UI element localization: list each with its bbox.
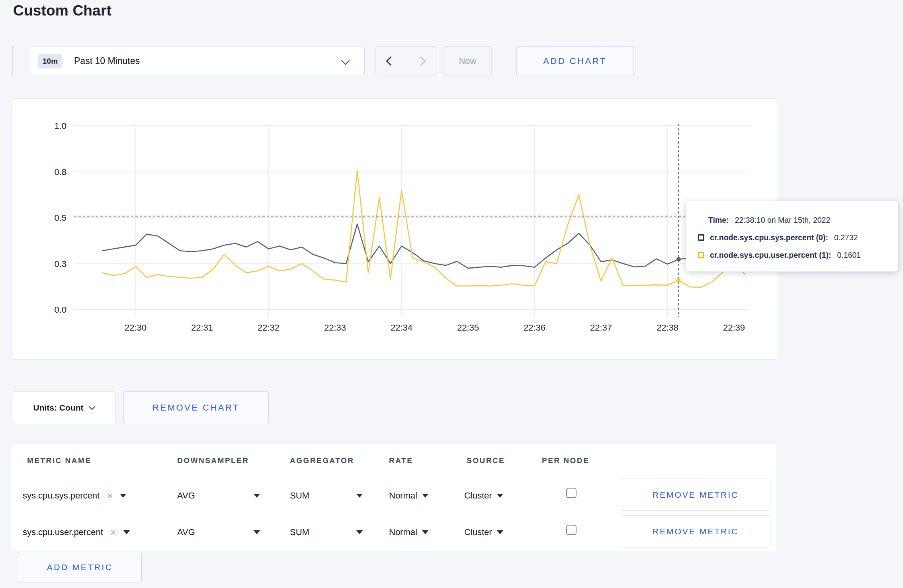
rate-value: Normal	[389, 491, 417, 501]
chevron-down-icon	[89, 403, 96, 410]
rate-select[interactable]: Normal	[389, 515, 428, 549]
source-select[interactable]: Cluster	[464, 515, 503, 549]
dropdown-caret-icon	[356, 494, 363, 498]
page-title: Custom Chart	[13, 2, 111, 19]
time-nav-group	[375, 46, 436, 76]
chevron-left-icon	[386, 56, 395, 66]
x-axis-tick-label: 22:36	[524, 323, 545, 333]
col-header-per-node: PER NODE	[542, 456, 589, 465]
tooltip-series-value: 0.2732	[834, 233, 858, 242]
time-range-badge: 10m	[38, 54, 62, 68]
y-axis-tick-label: 0.8	[54, 167, 66, 177]
dropdown-caret-icon	[254, 494, 260, 498]
col-header-metric-name: METRIC NAME	[27, 456, 92, 465]
series-swatch-sys-icon	[698, 234, 704, 241]
chevron-down-icon	[341, 56, 350, 65]
dropdown-caret-icon[interactable]	[123, 530, 130, 534]
time-range-label: Past 10 Minutes	[74, 56, 140, 66]
dropdown-caret-icon	[422, 530, 428, 534]
col-header-rate: RATE	[389, 456, 413, 465]
y-axis-tick-label: 0.0	[54, 305, 66, 315]
time-back-button[interactable]	[376, 47, 406, 76]
source-value: Cluster	[464, 527, 492, 537]
x-axis-tick-label: 22:35	[457, 323, 479, 333]
y-axis-tick-label: 0.5	[54, 213, 66, 223]
series-line-cr.node.sys.cpu.user.percent	[102, 171, 745, 287]
tooltip-time-row: Time: 22:38:10 on Mar 15th, 2022	[686, 211, 898, 229]
x-axis-tick-label: 22:32	[258, 323, 280, 333]
source-value: Cluster	[464, 491, 492, 501]
dropdown-caret-icon	[497, 530, 503, 534]
dropdown-caret-icon	[497, 494, 503, 498]
y-axis-tick-label: 1.0	[54, 121, 66, 131]
add-metric-button[interactable]: ADD METRIC	[18, 552, 142, 582]
metric-name-value: sys.cpu.user.percent	[23, 527, 103, 537]
remove-metric-button[interactable]: REMOVE METRIC	[621, 479, 770, 511]
time-range-dropdown[interactable]: 10m Past 10 Minutes	[30, 46, 365, 76]
aggregator-select[interactable]: SUM	[290, 479, 363, 513]
hover-marker-cr.node.sys.cpu.sys.percent	[676, 257, 681, 261]
tooltip-time-value: 22:38:10 on Mar 15th, 2022	[735, 216, 831, 225]
remove-metric-button[interactable]: REMOVE METRIC	[621, 515, 770, 547]
dropdown-caret-icon	[422, 494, 428, 498]
units-label: Units: Count	[33, 403, 84, 413]
x-axis-tick-label: 22:34	[391, 323, 412, 333]
downsampler-select[interactable]: AVG	[177, 479, 260, 513]
tooltip-series-label: cr.node.sys.cpu.user.percent (1):	[710, 251, 831, 260]
rate-select[interactable]: Normal	[389, 479, 428, 513]
x-axis-tick-label: 22:37	[590, 323, 612, 333]
time-forward-button[interactable]	[406, 47, 436, 76]
x-axis-tick-label: 22:38	[657, 323, 678, 333]
now-button[interactable]: Now	[444, 46, 492, 76]
clear-metric-icon[interactable]: ×	[110, 527, 116, 537]
toolbar-divider	[12, 46, 13, 76]
per-node-checkbox[interactable]	[566, 488, 577, 498]
source-select[interactable]: Cluster	[464, 479, 503, 513]
x-axis-tick-label: 22:33	[324, 323, 346, 333]
downsampler-value: AVG	[177, 491, 195, 501]
aggregator-value: SUM	[290, 491, 309, 501]
chart-tooltip: Time: 22:38:10 on Mar 15th, 2022 cr.node…	[686, 201, 898, 272]
tooltip-series-row: cr.node.sys.cpu.user.percent (1): 0.1601	[686, 246, 898, 264]
downsampler-select[interactable]: AVG	[177, 515, 260, 549]
x-axis-tick-label: 22:39	[723, 323, 745, 333]
aggregator-select[interactable]: SUM	[290, 515, 363, 549]
series-swatch-user-icon	[698, 252, 704, 258]
custom-chart-page: Custom Chart 10m Past 10 Minutes Now ADD…	[0, 0, 903, 588]
metric-name-value: sys.cpu.sys.percent	[23, 491, 100, 501]
col-header-downsampler: DOWNSAMPLER	[177, 456, 249, 465]
x-axis-tick-label: 22:31	[191, 323, 213, 333]
remove-chart-button[interactable]: REMOVE CHART	[123, 391, 269, 424]
per-node-checkbox[interactable]	[566, 525, 577, 535]
col-header-source: SOURCE	[467, 456, 505, 465]
chevron-right-icon	[416, 56, 426, 66]
tooltip-series-value: 0.1601	[837, 251, 861, 260]
downsampler-value: AVG	[177, 527, 195, 537]
col-header-aggregator: AGGREGATOR	[290, 456, 354, 465]
table-row-metric-name[interactable]: sys.cpu.user.percent ×	[23, 515, 130, 549]
line-chart[interactable]: 1.00.80.50.30.022:3022:3122:3222:3322:34…	[12, 99, 778, 360]
x-axis-tick-label: 22:30	[125, 323, 147, 333]
hover-marker-cr.node.sys.cpu.user.percent	[676, 278, 681, 282]
aggregator-value: SUM	[290, 527, 309, 537]
tooltip-series-row: cr.node.sys.cpu.sys.percent (0): 0.2732	[686, 229, 898, 246]
units-dropdown[interactable]: Units: Count	[12, 391, 116, 424]
chart-card[interactable]: 1.00.80.50.30.022:3022:3122:3222:3322:34…	[12, 98, 778, 360]
tooltip-series-label: cr.node.sys.cpu.sys.percent (0):	[710, 233, 828, 242]
dropdown-caret-icon	[254, 530, 260, 534]
rate-value: Normal	[389, 527, 417, 537]
y-axis-tick-label: 0.3	[54, 259, 66, 269]
add-chart-button[interactable]: ADD CHART	[516, 46, 633, 76]
clear-metric-icon[interactable]: ×	[107, 491, 113, 501]
table-row-metric-name[interactable]: sys.cpu.sys.percent ×	[23, 479, 126, 513]
dropdown-caret-icon[interactable]	[120, 494, 126, 498]
tooltip-time-label: Time:	[708, 216, 729, 225]
dropdown-caret-icon	[356, 530, 363, 534]
